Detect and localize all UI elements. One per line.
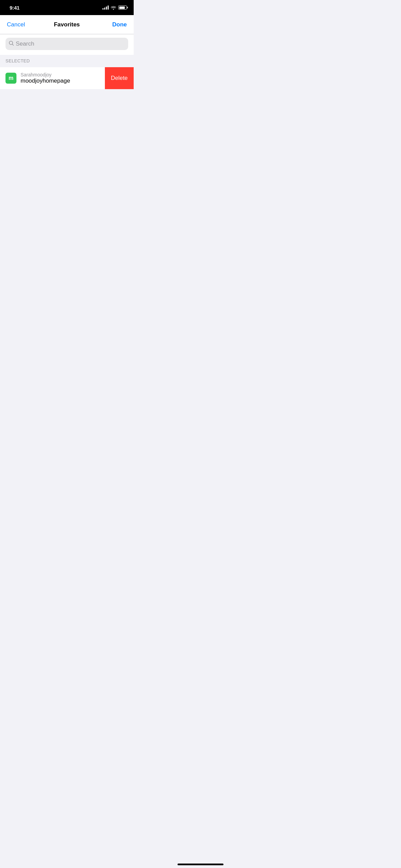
empty-area <box>0 89 134 278</box>
nav-title: Favorites <box>27 21 106 28</box>
battery-icon <box>118 5 127 10</box>
item-favicon: m <box>5 73 16 84</box>
list-item[interactable]: m Sarahmoodjoy moodjoyhomepage Delete <box>0 67 134 89</box>
search-container: Search <box>0 34 134 55</box>
svg-line-1 <box>12 44 14 46</box>
status-bar: 9:41 <box>0 0 134 15</box>
item-subtitle: moodjoyhomepage <box>21 77 118 84</box>
status-time: 9:41 <box>10 5 20 11</box>
signal-icon <box>102 5 109 10</box>
list-container: m Sarahmoodjoy moodjoyhomepage Delete <box>0 67 134 89</box>
cancel-button[interactable]: Cancel <box>7 21 27 28</box>
delete-label: Delete <box>111 75 127 82</box>
page-wrapper: 9:41 Cancel Favorites Done <box>0 0 134 289</box>
section-label: SELECTED <box>5 58 30 63</box>
done-button[interactable]: Done <box>106 21 127 28</box>
nav-bar: Cancel Favorites Done <box>0 15 134 34</box>
delete-button[interactable]: Delete <box>105 67 134 89</box>
search-icon <box>9 41 14 47</box>
favicon-letter: m <box>9 75 13 81</box>
wifi-icon <box>111 5 116 10</box>
item-title: Sarahmoodjoy <box>21 72 118 77</box>
section-separator: SELECTED <box>0 55 134 67</box>
search-placeholder: Search <box>16 40 34 47</box>
status-icons <box>102 5 127 10</box>
search-bar[interactable]: Search <box>5 38 128 50</box>
